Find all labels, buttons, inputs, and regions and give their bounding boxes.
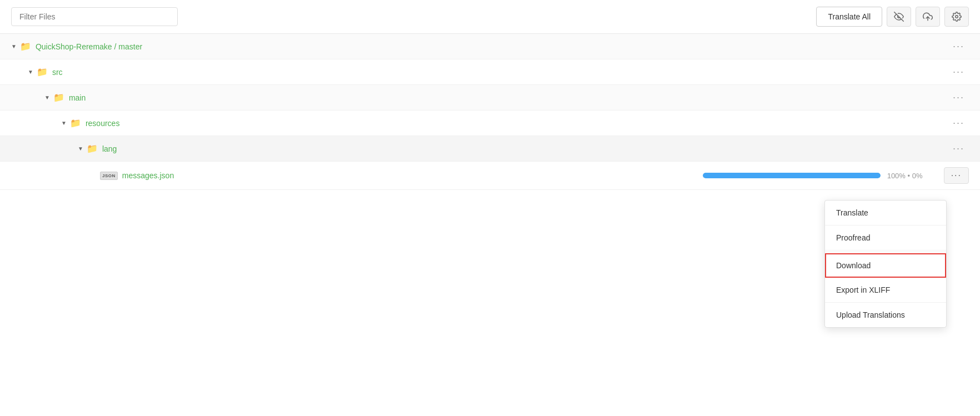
expand-arrow-main[interactable]: ▼ (44, 94, 50, 101)
folder-name-src[interactable]: src (52, 68, 63, 77)
progress-section: 100% • 0% ··· (703, 167, 969, 184)
cloud-icon (923, 12, 933, 22)
toolbar: Translate All (0, 0, 980, 34)
context-menu: Translate Proofread Download Export in X… (824, 200, 947, 328)
filter-input[interactable] (11, 7, 178, 26)
folder-name-resources[interactable]: resources (86, 119, 119, 128)
toolbar-right: Translate All (816, 7, 969, 27)
context-menu-item-export-xliff[interactable]: Export in XLIFF (825, 278, 946, 303)
gear-icon (952, 12, 962, 22)
file-name-messages-json[interactable]: messages.json (122, 171, 174, 180)
progress-bar-container (703, 173, 881, 178)
progress-bar-fill (703, 173, 881, 178)
folder-icon-root: 📁 (20, 41, 31, 52)
folder-icon-resources: 📁 (70, 118, 81, 128)
expand-arrow-resources[interactable]: ▼ (61, 120, 67, 126)
folder-name-main[interactable]: main (69, 93, 86, 102)
folder-name-lang[interactable]: lang (102, 144, 117, 153)
tree-row-root: ▼ 📁 QuickShop-Reremake / master ··· (0, 34, 980, 59)
folder-icon-src: 📁 (37, 67, 48, 77)
progress-text: 100% • 0% (887, 172, 937, 180)
more-button-root[interactable]: ··· (948, 39, 969, 53)
tree-row-main: ▼ 📁 main ··· (0, 85, 980, 111)
svg-point-2 (956, 16, 958, 18)
expand-arrow-src[interactable]: ▼ (28, 69, 33, 75)
tree-row-lang: ▼ 📁 lang ··· (0, 136, 980, 162)
folder-name-root[interactable]: QuickShop-Reremake / master (36, 42, 142, 51)
settings-button[interactable] (944, 7, 969, 27)
cloud-button[interactable] (916, 7, 940, 27)
translate-all-button[interactable]: Translate All (816, 7, 882, 27)
hide-button[interactable] (887, 7, 911, 27)
more-button-src[interactable]: ··· (948, 65, 969, 79)
folder-icon-lang: 📁 (87, 143, 98, 154)
file-tree: ▼ 📁 QuickShop-Reremake / master ··· ▼ 📁 … (0, 34, 980, 190)
tree-row-messages-json: JSON messages.json 100% • 0% ··· (0, 162, 980, 190)
more-button-lang[interactable]: ··· (948, 142, 969, 156)
tree-row-resources: ▼ 📁 resources ··· (0, 111, 980, 136)
context-menu-item-translate[interactable]: Translate (825, 201, 946, 225)
expand-arrow-lang[interactable]: ▼ (78, 146, 83, 152)
context-menu-item-upload-translations[interactable]: Upload Translations (825, 303, 946, 327)
context-menu-divider (825, 252, 946, 252)
expand-arrow-root[interactable]: ▼ (11, 43, 17, 49)
context-menu-item-download[interactable]: Download (825, 253, 946, 278)
tree-row-src: ▼ 📁 src ··· (0, 59, 980, 85)
more-button-file[interactable]: ··· (944, 167, 969, 184)
more-button-main[interactable]: ··· (948, 91, 969, 104)
eye-off-icon (894, 12, 904, 22)
more-button-resources[interactable]: ··· (948, 116, 969, 130)
json-badge: JSON (100, 172, 118, 180)
folder-icon-main: 📁 (53, 92, 64, 103)
context-menu-item-proofread[interactable]: Proofread (825, 225, 946, 250)
